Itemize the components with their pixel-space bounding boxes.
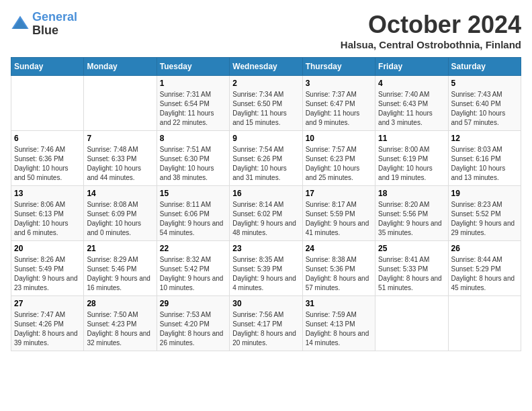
day-info: Sunrise: 7:56 AM Sunset: 4:17 PM Dayligh… [232,310,299,348]
calendar-cell: 24Sunrise: 8:38 AM Sunset: 5:36 PM Dayli… [302,241,375,296]
title-area: October 2024 Halsua, Central Ostrobothni… [341,11,521,50]
day-number: 18 [378,189,445,198]
logo-icon [11,15,30,34]
calendar-cell: 25Sunrise: 8:41 AM Sunset: 5:33 PM Dayli… [375,241,448,296]
calendar-cell: 6Sunrise: 7:46 AM Sunset: 6:36 PM Daylig… [11,131,84,186]
day-info: Sunrise: 8:17 AM Sunset: 5:59 PM Dayligh… [306,200,372,238]
calendar-cell: 28Sunrise: 7:50 AM Sunset: 4:23 PM Dayli… [84,296,157,351]
day-number: 22 [160,244,226,253]
day-info: Sunrise: 8:38 AM Sunset: 5:36 PM Dayligh… [306,255,372,293]
day-number: 16 [232,189,299,198]
day-info: Sunrise: 7:43 AM Sunset: 6:40 PM Dayligh… [451,90,518,128]
day-info: Sunrise: 8:00 AM Sunset: 6:19 PM Dayligh… [378,145,445,183]
day-info: Sunrise: 8:29 AM Sunset: 5:46 PM Dayligh… [87,255,153,293]
day-number: 3 [306,79,372,88]
calendar-cell: 23Sunrise: 8:35 AM Sunset: 5:39 PM Dayli… [230,241,302,296]
day-number: 4 [378,79,445,88]
day-header-monday: Monday [84,58,157,76]
day-number: 1 [160,79,226,88]
calendar-cell: 20Sunrise: 8:26 AM Sunset: 5:49 PM Dayli… [11,241,84,296]
calendar-cell: 27Sunrise: 7:47 AM Sunset: 4:26 PM Dayli… [11,296,84,351]
day-number: 15 [160,189,226,198]
calendar-cell: 22Sunrise: 8:32 AM Sunset: 5:42 PM Dayli… [157,241,229,296]
day-info: Sunrise: 8:08 AM Sunset: 6:09 PM Dayligh… [87,200,153,238]
logo-text: General Blue [32,11,77,38]
day-number: 24 [306,244,372,253]
day-number: 19 [451,189,518,198]
calendar-cell: 8Sunrise: 7:51 AM Sunset: 6:30 PM Daylig… [157,131,229,186]
day-number: 2 [232,79,299,88]
day-number: 13 [14,189,81,198]
day-number: 17 [306,189,372,198]
day-number: 14 [87,189,153,198]
month-title: October 2024 [341,11,521,39]
calendar-cell: 31Sunrise: 7:59 AM Sunset: 4:13 PM Dayli… [302,296,375,351]
calendar-cell [11,76,84,131]
day-number: 28 [87,299,153,308]
day-info: Sunrise: 8:23 AM Sunset: 5:52 PM Dayligh… [451,200,518,238]
day-info: Sunrise: 7:57 AM Sunset: 6:23 PM Dayligh… [306,145,372,183]
day-info: Sunrise: 7:50 AM Sunset: 4:23 PM Dayligh… [87,310,153,348]
calendar-cell: 10Sunrise: 7:57 AM Sunset: 6:23 PM Dayli… [302,131,375,186]
day-number: 30 [232,299,299,308]
day-header-friday: Friday [375,58,448,76]
calendar-cell: 2Sunrise: 7:34 AM Sunset: 6:50 PM Daylig… [230,76,302,131]
day-number: 6 [14,134,81,143]
calendar-cell: 14Sunrise: 8:08 AM Sunset: 6:09 PM Dayli… [84,186,157,241]
calendar-cell: 16Sunrise: 8:14 AM Sunset: 6:02 PM Dayli… [230,186,302,241]
day-number: 7 [87,134,153,143]
day-number: 31 [306,299,372,308]
day-number: 20 [14,244,81,253]
day-info: Sunrise: 8:44 AM Sunset: 5:29 PM Dayligh… [451,255,518,293]
calendar-cell: 12Sunrise: 8:03 AM Sunset: 6:16 PM Dayli… [448,131,521,186]
day-header-thursday: Thursday [302,58,375,76]
calendar-cell: 15Sunrise: 8:11 AM Sunset: 6:06 PM Dayli… [157,186,229,241]
calendar-cell: 7Sunrise: 7:48 AM Sunset: 6:33 PM Daylig… [84,131,157,186]
day-info: Sunrise: 8:11 AM Sunset: 6:06 PM Dayligh… [160,200,226,238]
day-info: Sunrise: 7:40 AM Sunset: 6:43 PM Dayligh… [378,90,445,128]
calendar-cell [448,296,521,351]
calendar-cell: 4Sunrise: 7:40 AM Sunset: 6:43 PM Daylig… [375,76,448,131]
day-number: 25 [378,244,445,253]
day-number: 23 [232,244,299,253]
day-info: Sunrise: 7:53 AM Sunset: 4:20 PM Dayligh… [160,310,226,348]
day-number: 26 [451,244,518,253]
calendar-cell: 3Sunrise: 7:37 AM Sunset: 6:47 PM Daylig… [302,76,375,131]
day-info: Sunrise: 8:14 AM Sunset: 6:02 PM Dayligh… [232,200,299,238]
calendar-cell: 17Sunrise: 8:17 AM Sunset: 5:59 PM Dayli… [302,186,375,241]
day-number: 9 [232,134,299,143]
day-info: Sunrise: 8:20 AM Sunset: 5:56 PM Dayligh… [378,200,445,238]
day-number: 8 [160,134,226,143]
day-info: Sunrise: 7:51 AM Sunset: 6:30 PM Dayligh… [160,145,226,183]
day-number: 5 [451,79,518,88]
day-info: Sunrise: 7:47 AM Sunset: 4:26 PM Dayligh… [14,310,81,348]
day-info: Sunrise: 8:41 AM Sunset: 5:33 PM Dayligh… [378,255,445,293]
calendar-cell: 13Sunrise: 8:06 AM Sunset: 6:13 PM Dayli… [11,186,84,241]
location-title: Halsua, Central Ostrobothnia, Finland [341,39,521,50]
day-info: Sunrise: 8:32 AM Sunset: 5:42 PM Dayligh… [160,255,226,293]
calendar-table: SundayMondayTuesdayWednesdayThursdayFrid… [11,57,521,351]
day-info: Sunrise: 8:03 AM Sunset: 6:16 PM Dayligh… [451,145,518,183]
day-number: 11 [378,134,445,143]
day-info: Sunrise: 7:37 AM Sunset: 6:47 PM Dayligh… [306,90,372,128]
calendar-cell: 21Sunrise: 8:29 AM Sunset: 5:46 PM Dayli… [84,241,157,296]
day-info: Sunrise: 7:46 AM Sunset: 6:36 PM Dayligh… [14,145,81,183]
calendar-cell: 30Sunrise: 7:56 AM Sunset: 4:17 PM Dayli… [230,296,302,351]
day-number: 12 [451,134,518,143]
calendar-cell: 9Sunrise: 7:54 AM Sunset: 6:26 PM Daylig… [230,131,302,186]
calendar-cell: 29Sunrise: 7:53 AM Sunset: 4:20 PM Dayli… [157,296,229,351]
calendar-cell [375,296,448,351]
calendar-cell: 18Sunrise: 8:20 AM Sunset: 5:56 PM Dayli… [375,186,448,241]
day-header-tuesday: Tuesday [157,58,229,76]
calendar-cell: 11Sunrise: 8:00 AM Sunset: 6:19 PM Dayli… [375,131,448,186]
day-header-sunday: Sunday [11,58,84,76]
logo: General Blue [11,11,77,38]
day-number: 21 [87,244,153,253]
day-info: Sunrise: 7:31 AM Sunset: 6:54 PM Dayligh… [160,90,226,128]
day-header-saturday: Saturday [448,58,521,76]
calendar-cell: 26Sunrise: 8:44 AM Sunset: 5:29 PM Dayli… [448,241,521,296]
day-header-wednesday: Wednesday [230,58,302,76]
calendar-cell: 1Sunrise: 7:31 AM Sunset: 6:54 PM Daylig… [157,76,229,131]
day-info: Sunrise: 8:06 AM Sunset: 6:13 PM Dayligh… [14,200,81,238]
page-header: General Blue October 2024 Halsua, Centra… [11,11,521,50]
